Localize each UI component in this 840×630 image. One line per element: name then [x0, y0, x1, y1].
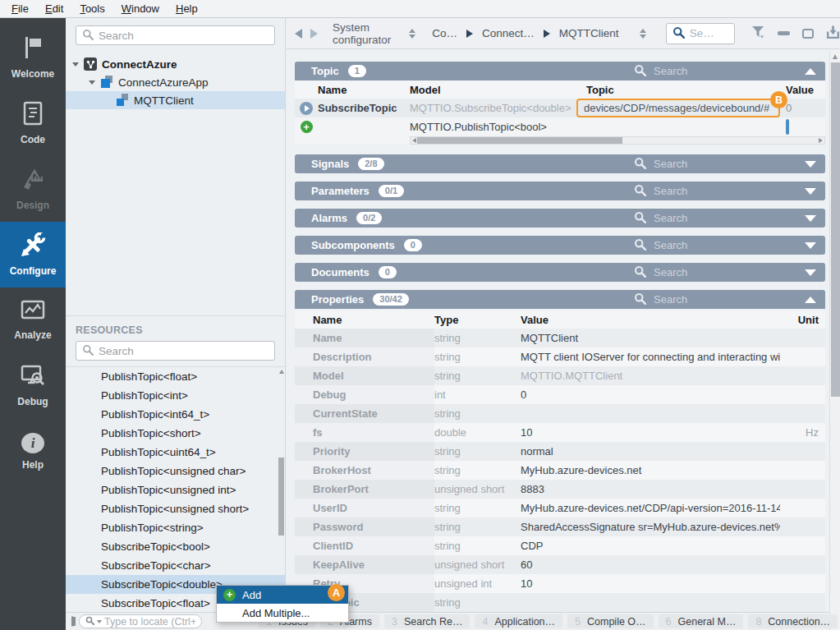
property-row[interactable]: fs double 10 Hz — [295, 423, 825, 442]
expand-play-icon[interactable] — [300, 102, 313, 115]
section-search-input[interactable] — [654, 185, 762, 197]
resource-item[interactable]: PublishTopic<unsigned char> — [66, 462, 285, 481]
sidebar-toggle-icon[interactable] — [71, 616, 73, 627]
resource-item[interactable]: PublishTopic<int> — [66, 386, 285, 405]
tree-item-connectazureapp[interactable]: ConnectAzureApp — [66, 73, 285, 91]
resource-item[interactable]: PublishTopic<unsigned int> — [66, 481, 285, 499]
breadcrumb-leaf[interactable]: MQTTClient — [559, 27, 619, 39]
resource-item[interactable]: PublishTopic<int64_t> — [66, 405, 285, 424]
section-search[interactable] — [634, 238, 796, 253]
column-model[interactable]: Model — [410, 84, 586, 96]
resource-item[interactable]: SubscribeTopic<char> — [66, 556, 285, 575]
property-row[interactable]: Debug int 0 — [295, 385, 825, 404]
scroll-left-icon[interactable] — [412, 138, 416, 143]
column-name[interactable]: Name — [295, 314, 434, 326]
tab-application-output[interactable]: 4Application… — [475, 614, 562, 628]
menu-item-add-multiple[interactable]: Add Multiple... — [217, 604, 348, 622]
filter-icon[interactable] — [751, 25, 765, 41]
section-documents-header[interactable]: Documents 0 — [295, 263, 825, 282]
property-row[interactable]: UserID string MyHub.azure-devices.net/CD… — [295, 499, 825, 517]
minimize-icon[interactable] — [778, 31, 790, 35]
scrollbar-thumb[interactable] — [831, 62, 840, 397]
menu-help[interactable]: Help — [168, 1, 206, 17]
property-row[interactable]: Name string MQTTClient — [295, 329, 825, 347]
collapse-caret-icon[interactable] — [805, 188, 816, 195]
toolbar-search-input[interactable] — [690, 27, 728, 39]
column-name[interactable]: Name — [318, 84, 410, 96]
maximize-icon[interactable] — [802, 29, 814, 39]
scrollbar-thumb[interactable] — [417, 137, 622, 144]
view-selector[interactable]: System configurator — [333, 21, 415, 46]
section-search[interactable] — [634, 157, 796, 172]
main-vertical-scrollbar[interactable] — [829, 51, 840, 630]
activity-help[interactable]: Help — [0, 419, 66, 485]
scroll-right-icon[interactable] — [819, 138, 823, 143]
section-search[interactable] — [634, 211, 796, 226]
property-row[interactable]: CurrentState string — [295, 404, 825, 423]
menu-window[interactable]: Window — [113, 1, 168, 17]
menu-item-add[interactable]: Add A — [217, 586, 348, 604]
section-search-input[interactable] — [654, 212, 762, 224]
scroll-up-icon[interactable] — [833, 54, 838, 59]
section-search[interactable] — [634, 64, 796, 79]
section-search-input[interactable] — [654, 239, 762, 251]
expander-icon[interactable] — [89, 80, 95, 85]
column-topic[interactable]: Topic — [586, 84, 786, 96]
menu-edit[interactable]: Edit — [37, 1, 71, 17]
column-unit[interactable]: Unit — [780, 314, 825, 326]
project-search-input[interactable] — [99, 30, 269, 42]
section-search[interactable] — [634, 265, 796, 280]
resource-item[interactable]: SubscribeTopic<bool> — [66, 537, 285, 556]
section-subcomponents-header[interactable]: Subcomponents 0 — [295, 236, 825, 255]
section-parameters-header[interactable]: Parameters 0/1 — [295, 182, 825, 200]
property-row[interactable]: BrokerPort unsigned short 8883 — [295, 480, 825, 499]
menu-tools[interactable]: Tools — [71, 1, 112, 17]
collapse-caret-icon[interactable] — [805, 242, 816, 249]
collapse-caret-icon[interactable] — [805, 215, 816, 222]
tab-general-messages[interactable]: 6General M… — [659, 614, 744, 628]
breadcrumb-root[interactable]: Co… — [432, 27, 457, 39]
property-row[interactable]: Password string SharedAccessSignature sr… — [295, 517, 825, 536]
resource-item[interactable]: PublishTopic<uint64_t> — [66, 443, 285, 462]
resources-search[interactable] — [76, 341, 275, 361]
resources-scrollbar[interactable] — [278, 367, 285, 612]
chevron-down-icon[interactable] — [97, 620, 102, 623]
tab-compile-output[interactable]: 5Compile O… — [567, 614, 654, 628]
tab-search-results[interactable]: 3Search Re… — [384, 614, 470, 628]
add-row-icon[interactable] — [301, 121, 313, 133]
topic-row-subscribetopic[interactable]: SubscribeTopic MQTTIO.SubscribeTopic<dou… — [295, 99, 825, 117]
resource-item[interactable]: PublishTopic<short> — [66, 424, 285, 443]
topic-value-field[interactable]: devices/CDP/messages/devicebound/# B — [576, 99, 780, 117]
expander-icon[interactable] — [72, 62, 79, 67]
back-icon[interactable] — [295, 29, 302, 39]
menu-file[interactable]: File — [3, 1, 37, 17]
resources-search-input[interactable] — [99, 345, 269, 357]
breadcrumb-middle[interactable]: Connect… — [482, 27, 535, 39]
property-row[interactable]: Priority string normal — [295, 442, 825, 461]
activity-welcome[interactable]: Welcome — [0, 25, 66, 90]
section-signals-header[interactable]: Signals 2/8 — [295, 154, 825, 173]
tree-item-connectazure[interactable]: ConnectAzure — [66, 55, 285, 73]
resource-item[interactable]: PublishTopic<unsigned short> — [66, 499, 285, 518]
topic-row-new[interactable]: MQTTIO.PublishTopic<bool> — [295, 117, 825, 136]
section-search[interactable] — [634, 292, 796, 307]
value-checkbox[interactable] — [786, 119, 789, 135]
collapse-caret-icon[interactable] — [805, 269, 816, 276]
property-row[interactable]: Model string MQTTIO.MQTTClient — [295, 366, 825, 385]
activity-analyze[interactable]: Analyze — [0, 287, 66, 353]
locator-input[interactable] — [104, 616, 195, 628]
section-search-input[interactable] — [654, 65, 762, 77]
dock-icon[interactable] — [826, 25, 840, 42]
activity-code[interactable]: Code — [0, 90, 66, 156]
property-row[interactable]: Description string MQTT client IOServer … — [295, 347, 825, 366]
property-row[interactable]: ClientID string CDP — [295, 536, 825, 555]
section-alarms-header[interactable]: Alarms 0/2 — [295, 209, 825, 228]
property-row[interactable]: KeepAlive unsigned short 60 — [295, 555, 825, 574]
column-value[interactable]: Value — [521, 314, 780, 326]
section-search-input[interactable] — [654, 266, 762, 278]
horizontal-scrollbar[interactable] — [410, 136, 825, 145]
column-type[interactable]: Type — [434, 314, 521, 326]
tree-item-mqttclient[interactable]: MQTTClient — [66, 91, 285, 109]
collapse-caret-icon[interactable] — [805, 161, 816, 168]
activity-debug[interactable]: Debug — [0, 353, 66, 419]
